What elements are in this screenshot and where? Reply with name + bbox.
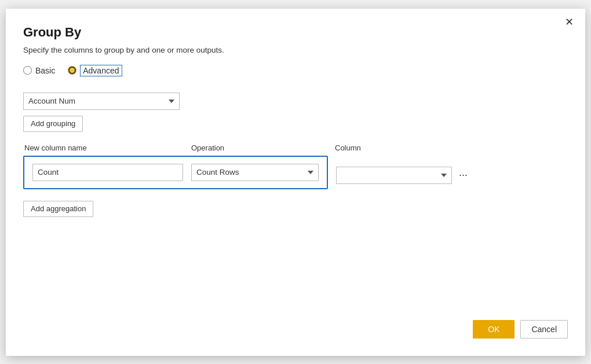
ok-button[interactable]: OK — [473, 320, 515, 339]
add-grouping-button[interactable]: Add grouping — [23, 116, 83, 132]
add-aggregation-button[interactable]: Add aggregation — [23, 201, 93, 217]
radio-advanced[interactable]: Advanced — [68, 65, 122, 76]
column-section: ··· — [336, 167, 470, 184]
operation-dropdown[interactable]: Count Rows — [191, 164, 319, 181]
radio-basic[interactable]: Basic — [23, 66, 55, 75]
aggregation-section: New column name Operation Column Count R… — [23, 144, 568, 217]
header-new-column-name: New column name — [24, 144, 183, 152]
grouping-section: Account Num Add grouping — [23, 93, 568, 132]
dialog-footer: OK Cancel — [23, 303, 568, 339]
aggregation-row-highlighted: Count Rows — [23, 156, 328, 189]
dialog-subtitle: Specify the columns to group by and one … — [23, 46, 568, 54]
account-num-dropdown[interactable]: Account Num — [23, 93, 180, 110]
new-column-name-group — [32, 164, 183, 181]
header-operation: Operation — [191, 144, 327, 152]
radio-group: Basic Advanced — [23, 65, 568, 76]
dialog-title: Group By — [23, 25, 568, 40]
column-dropdown[interactable] — [336, 167, 452, 184]
radio-advanced-label: Advanced — [80, 65, 122, 76]
grouping-dropdown-row: Account Num — [23, 93, 568, 110]
cancel-button[interactable]: Cancel — [520, 320, 568, 339]
radio-basic-label: Basic — [35, 66, 55, 75]
operation-group: Count Rows — [191, 164, 319, 181]
radio-advanced-input[interactable] — [68, 66, 76, 75]
radio-basic-input[interactable] — [23, 66, 32, 75]
group-by-dialog: ✕ Group By Specify the columns to group … — [6, 9, 585, 356]
ellipsis-button[interactable]: ··· — [457, 167, 470, 184]
column-group — [336, 167, 452, 184]
new-column-name-input[interactable] — [32, 164, 183, 181]
close-button[interactable]: ✕ — [561, 14, 577, 30]
header-column: Column — [335, 144, 361, 152]
